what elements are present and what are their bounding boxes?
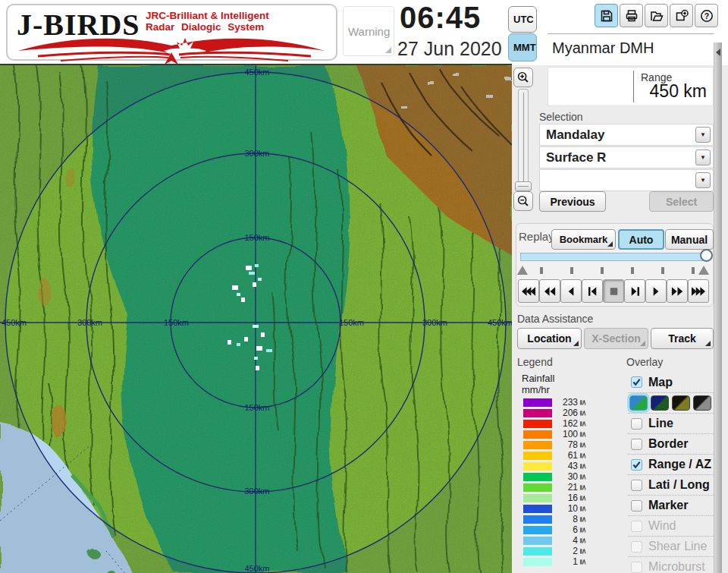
logo-tagline-2: Radar Dialogic System	[146, 21, 269, 33]
print-button[interactable]	[620, 4, 643, 27]
legend-color-swatch	[523, 398, 552, 407]
map-style-dark-gray[interactable]	[693, 395, 711, 411]
legend-value: 30	[554, 471, 578, 482]
map-style-terrain[interactable]	[629, 395, 648, 411]
disabled-checkbox	[631, 521, 642, 532]
legend-color-swatch	[523, 430, 552, 439]
unchecked-checkbox[interactable]	[631, 439, 642, 450]
skip-start-button[interactable]	[582, 279, 603, 303]
panel-divider	[548, 33, 714, 34]
svg-text:?: ?	[704, 11, 708, 20]
radar-map[interactable]: 450km300km150km150km300km450km450km300km…	[0, 65, 512, 573]
overlay-item-marker[interactable]: Marker	[628, 495, 714, 515]
warning-button[interactable]: Warning	[343, 6, 394, 56]
replay-timeline-handle[interactable]	[700, 249, 713, 262]
legend-color-swatch	[523, 526, 552, 534]
legend-threshold-symbol: ≦	[579, 474, 588, 480]
disabled-checkbox	[631, 562, 642, 573]
overlay-item-range-az[interactable]: Range / AZ	[628, 454, 714, 474]
map-zoom-in-button[interactable]	[513, 68, 533, 87]
j-birds-app: J-BIRDS JRC-Brilliant & Intelligent Rada…	[0, 0, 728, 573]
map-style-dark-olive[interactable]	[672, 395, 690, 411]
legend-threshold-symbol: ≦	[579, 495, 588, 501]
checked-checkbox[interactable]	[631, 459, 642, 471]
legend-value: 21	[554, 482, 578, 493]
legend-color-swatch	[523, 483, 552, 492]
fastest-forward-icon	[692, 286, 706, 297]
skip-start-icon	[585, 286, 600, 297]
option-dropdown[interactable]: ▼	[539, 169, 714, 191]
help-icon: ?	[699, 8, 714, 24]
utc-button[interactable]: UTC	[508, 6, 537, 33]
overlay-item-border[interactable]: Border	[628, 433, 714, 454]
map-zoom-slider-track[interactable]	[518, 89, 529, 189]
unchecked-checkbox[interactable]	[631, 418, 642, 430]
legend-color-swatch	[523, 558, 552, 566]
open-file-button[interactable]	[645, 4, 668, 27]
collapse-arrow-icon	[716, 49, 720, 56]
legend-color-swatch	[523, 462, 552, 471]
fast-rewind-button[interactable]	[539, 279, 560, 303]
selection-label: Selection	[539, 111, 583, 123]
fastest-forward-button[interactable]	[688, 279, 709, 303]
stop-button[interactable]	[603, 279, 624, 303]
location-button[interactable]: Location	[517, 328, 582, 349]
select-button[interactable]: Select	[649, 191, 714, 212]
replay-timeline-track[interactable]	[520, 253, 707, 261]
help-button[interactable]: ?	[695, 4, 718, 27]
map-style-dark-blue[interactable]	[651, 395, 669, 411]
checked-checkbox[interactable]	[631, 376, 642, 388]
overlay-list: MapLineBorderRange / AZLati / LongMarker…	[628, 372, 714, 573]
overlay-item-label: Wind	[648, 519, 676, 533]
track-button[interactable]: Track	[651, 328, 714, 349]
svg-text:450km: 450km	[244, 564, 269, 573]
print-icon	[624, 8, 639, 24]
legend-value: 8	[554, 514, 578, 524]
unchecked-checkbox[interactable]	[631, 480, 642, 491]
product-dropdown-arrow-icon[interactable]: ▼	[695, 150, 711, 165]
legend-color-swatch	[523, 441, 552, 449]
overlay-item-label: Border	[648, 437, 688, 451]
map-zoom-slider-handle[interactable]	[515, 181, 532, 191]
overlay-item-line[interactable]: Line	[628, 413, 714, 433]
previous-button[interactable]: Previous	[539, 191, 606, 212]
play-button[interactable]	[645, 279, 667, 303]
eagle-logo-icon	[15, 33, 334, 65]
legend-row: 100≦	[523, 429, 586, 439]
fastest-rewind-button[interactable]	[518, 279, 539, 303]
playback-controls	[518, 279, 709, 303]
save-button[interactable]	[595, 4, 618, 27]
panel-splitter[interactable]	[714, 43, 722, 573]
skip-end-button[interactable]	[624, 279, 645, 303]
map-zoom-out-button[interactable]	[513, 191, 533, 211]
logo-tagline: JRC-Brilliant & Intelligent Radar Dialog…	[146, 10, 269, 33]
legend-value: 2	[554, 546, 578, 556]
auto-mode-button[interactable]: Auto	[618, 229, 664, 250]
site-dropdown[interactable]: Mandalay ▼	[539, 124, 714, 146]
station-name: Myanmar DMH	[552, 39, 654, 57]
skip-end-icon	[628, 286, 642, 297]
legend-row: 16≦	[523, 493, 586, 503]
open-folder-icon	[649, 8, 664, 24]
replay-label: Replay	[519, 230, 554, 243]
legend-threshold-symbol: ≦	[579, 559, 588, 565]
overlay-item-lati-long[interactable]: Lati / Long	[628, 474, 714, 495]
option-dropdown-arrow-icon[interactable]: ▼	[695, 172, 711, 188]
site-dropdown-arrow-icon[interactable]: ▼	[695, 127, 711, 143]
step-back-button[interactable]	[560, 279, 582, 303]
add-window-button[interactable]	[670, 4, 693, 27]
mmt-button[interactable]: MMT	[508, 33, 537, 61]
step-back-icon	[564, 286, 579, 297]
product-dropdown[interactable]: Surface R ▼	[539, 146, 714, 168]
xsection-button[interactable]: X-Section	[584, 328, 648, 349]
manual-mode-button[interactable]: Manual	[665, 229, 714, 250]
overlay-item-map[interactable]: Map	[628, 372, 714, 392]
fast-forward-button[interactable]	[667, 279, 688, 303]
legend-row: 206≦	[523, 408, 586, 418]
legend-color-swatch	[523, 494, 552, 502]
legend-row: 61≦	[523, 450, 586, 461]
range-box: Range 450 km	[548, 67, 714, 106]
unchecked-checkbox[interactable]	[631, 500, 642, 512]
legend-value: 206	[554, 408, 578, 418]
bookmark-button[interactable]: Bookmark	[551, 229, 616, 250]
